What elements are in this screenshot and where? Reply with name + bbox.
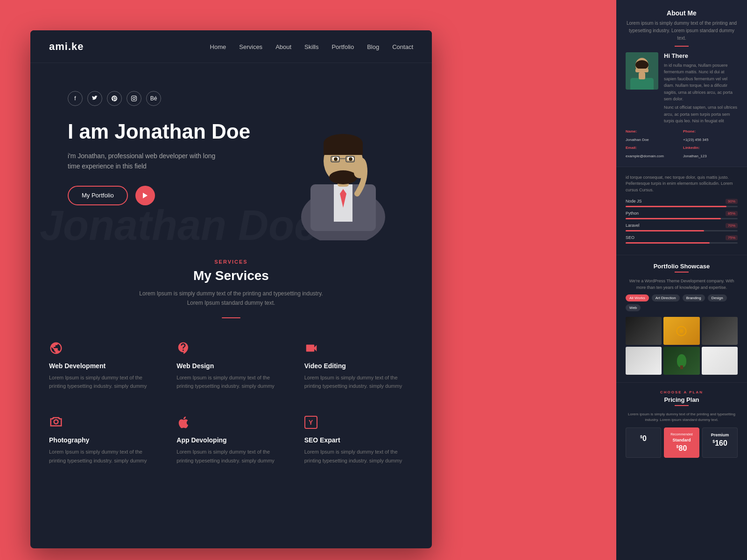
svg-rect-23 [639,72,645,79]
svg-point-17 [354,167,365,178]
sp-tab-design[interactable]: Design [708,294,727,301]
sp-premium-price: $160 [705,439,734,448]
sp-portfolio-divider [675,272,689,273]
service-name-webdev: Web Development [49,362,158,370]
nav-blog[interactable]: Blog [367,43,379,50]
sp-tab-branding[interactable]: Branding [683,294,705,301]
nav-portfolio[interactable]: Portfolio [331,43,354,50]
portfolio-img-1[interactable] [626,317,662,345]
sp-hi: Hi There [664,52,738,59]
sp-name-val: Jonathan Doe [626,138,649,142]
sp-pricing-cards: $0 Recommended Standard $80 Premium $160 [626,427,738,458]
services-title: My Services [49,268,413,283]
sp-email-label: Email: [626,146,680,150]
sp-tab-web[interactable]: Web [626,304,641,311]
twitter-icon[interactable] [87,91,102,106]
portfolio-img-6[interactable] [702,347,738,375]
photo-icon [49,414,66,431]
instagram-icon[interactable] [127,91,141,106]
sp-pricing-divider [675,405,689,406]
red-top-left [0,0,336,28]
sp-name-item: Name: Jonathan Doe [626,129,680,143]
sp-skill-seo-label: SEO75% [626,235,738,240]
nav-services[interactable]: Services [239,43,262,50]
logo[interactable]: ami.ke [49,41,84,53]
services-grid: Web Development Lorem Ipsum is simply du… [49,335,413,470]
service-desc-webdesign: Lorem Ipsum is simply dummy text of the … [176,373,285,391]
svg-point-25 [680,329,684,333]
service-web-dev: Web Development Lorem Ipsum is simply du… [49,335,158,395]
sp-avatar [626,52,658,90]
service-web-design: Web Design Lorem Ipsum is simply dummy t… [176,335,285,395]
sp-pricing-label: CHOOSE A PLAN [626,390,738,394]
service-desc-webdev: Lorem Ipsum is simply dummy text of the … [49,373,158,391]
sp-portfolio-section: Portfolio Showcase We're a WordPress The… [616,255,747,383]
portfolio-img-5[interactable] [663,347,699,375]
svg-marker-0 [143,193,148,198]
sp-skill-python-label: Python85% [626,211,738,216]
sp-pricing-section: CHOOSE A PLAN Pricing Plan Lorem ipsum i… [616,383,747,465]
pinterest-icon[interactable] [107,91,122,106]
web-dev-icon [49,340,66,357]
sp-skills-section: id torque consequat, nec torque dolor, q… [616,167,747,256]
sp-skill-laravel: Laravel70% [626,223,738,231]
nav-about[interactable]: About [275,43,291,50]
sp-phone-item: Phone: +1(23) 456 345 [683,129,738,143]
service-photo: Photography Lorem Ipsum is simply dummy … [49,409,158,469]
sp-pricing-standard[interactable]: Recommended Standard $80 [664,427,699,458]
svg-rect-8 [324,143,363,155]
sp-about-section: About Me Lorem ipsum is simply dummy tex… [616,0,747,167]
sp-skill-laravel-label: Laravel70% [626,223,738,228]
sp-contact-row: Name: Jonathan Doe Phone: +1(23) 456 345… [626,129,738,159]
sp-pricing-title: Pricing Plan [626,396,738,403]
sp-skill-nodejs-bar [626,206,738,207]
sp-pricing-desc: Lorem ipsum is simply dummy text of the … [626,412,738,423]
svg-point-13 [349,157,352,161]
sp-linkedin-val: Jonathan_123 [683,154,707,158]
side-panel: About Me Lorem ipsum is simply dummy tex… [616,0,747,560]
nav-contact[interactable]: Contact [392,43,413,50]
navbar: ami.ke Home Services About Skills Portfo… [30,30,432,63]
hero-section: Jonathan Doe f Bé I am Jonathan Doe i'm … [30,63,432,240]
service-desc-app: Lorem Ipsum is simply dummy text of the … [176,448,285,465]
sp-tab-art[interactable]: Art Direction [652,294,680,301]
services-desc: Lorem Ipsum is simply dummy text of the … [138,289,324,308]
sp-about-desc: Lorem ipsum is simply dummy text of the … [626,20,738,42]
nav-skills[interactable]: Skills [304,43,318,50]
sp-about-text: Hi There In id nulla magna, Nullam posue… [664,52,738,125]
portfolio-button[interactable]: My Portfolio [68,186,128,205]
web-design-icon [176,340,193,357]
sp-tab-all[interactable]: All Works [626,294,649,301]
portfolio-img-2[interactable] [663,317,699,345]
sp-recommended-label: Recommended [667,433,696,436]
sp-pricing-premium: Premium $160 [702,427,738,458]
app-icon [176,414,193,431]
portfolio-img-3[interactable] [702,317,738,345]
hero-subtitle: i'm Jonathan, professional web developer… [68,151,226,172]
sp-about-title: About Me [626,9,738,17]
sp-about-divider [675,46,689,47]
hero-person-image [282,72,404,240]
sp-email-item: Email: example@domain.com [626,146,680,159]
play-button[interactable] [135,186,155,205]
service-seo: Y SEO Expart Lorem Ipsum is simply dummy… [304,409,413,469]
sp-name-label: Name: [626,129,680,133]
service-desc-seo: Lorem Ipsum is simply dummy text of the … [304,448,413,465]
service-name-video: Video Editing [304,362,413,370]
service-name-app: App Devoloping [176,436,285,444]
sp-bio: In id nulla magna, Nullam posuere fermen… [664,62,738,102]
sp-person-area: Hi There In id nulla magna, Nullam posue… [626,52,738,125]
sp-basic-price: $0 [629,434,658,443]
seo-icon: Y [304,414,321,431]
service-name-webdesign: Web Design [176,362,285,370]
portfolio-img-4[interactable] [626,347,662,375]
nav-links: Home Services About Skills Portfolio Blo… [210,42,413,51]
service-app: App Devoloping Lorem Ipsum is simply dum… [176,409,285,469]
service-video: Video Editing Lorem Ipsum is simply dumm… [304,335,413,395]
sp-bio2: Nunc ut officiat sapten, urna sol ultric… [664,104,738,124]
sp-phone-val: +1(23) 456 345 [683,138,709,142]
sp-email-val: example@domain.com [626,154,664,158]
behance-icon[interactable]: Bé [146,91,161,106]
facebook-icon[interactable]: f [68,91,83,106]
nav-home[interactable]: Home [210,43,226,50]
